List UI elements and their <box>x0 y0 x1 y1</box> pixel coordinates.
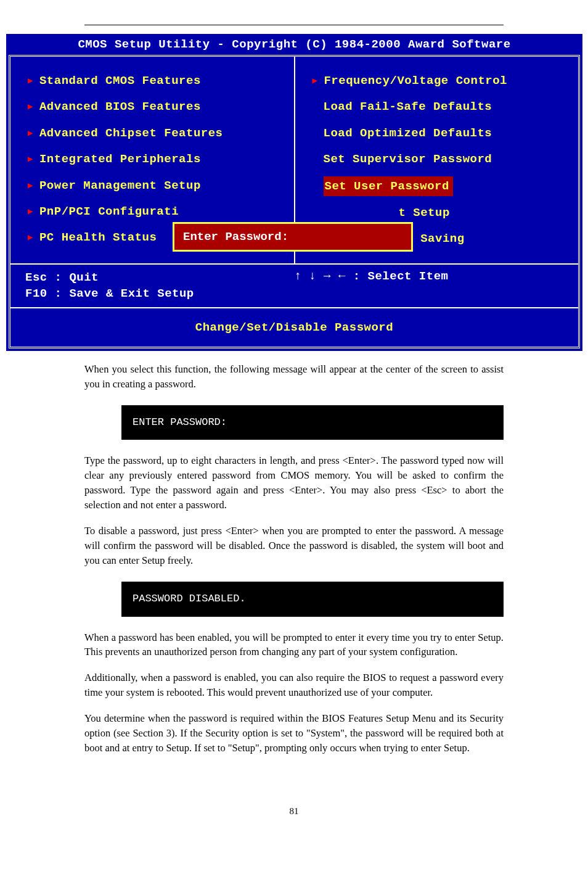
triangle-icon: ▶ <box>28 126 33 140</box>
bios-help-bar: Esc : Quit F10 : Save & Exit Setup ↑ ↓ →… <box>10 265 578 308</box>
paragraph: Type the password, up to eight character… <box>84 453 504 513</box>
triangle-icon: ▶ <box>28 152 33 166</box>
help-save: F10 : Save & Exit Setup <box>25 286 295 302</box>
bios-hint: Change/Set/Disable Password <box>10 308 578 347</box>
document-body: When you select this function, the follo… <box>84 362 504 818</box>
triangle-icon: ▶ <box>312 74 318 88</box>
header-divider <box>84 25 504 25</box>
menu-freq-voltage[interactable]: ▶Frequency/Voltage Control <box>312 68 573 94</box>
menu-advanced-chipset[interactable]: ▶Advanced Chipset Features <box>28 120 288 146</box>
paragraph: When a password has been enabled, you wi… <box>84 630 504 660</box>
paragraph: To disable a password, just press <Enter… <box>84 524 504 568</box>
paragraph: You determine when the password is requi… <box>84 711 504 756</box>
page-number: 81 <box>84 805 504 818</box>
code-box-password-disabled: PASSWORD DISABLED. <box>121 582 504 617</box>
password-dialog[interactable]: Enter Password: <box>173 222 413 252</box>
code-box-enter-password: ENTER PASSWORD: <box>121 405 504 440</box>
help-quit: Esc : Quit <box>25 270 295 286</box>
paragraph: When you select this function, the follo… <box>84 362 504 392</box>
menu-power-management[interactable]: ▶Power Management Setup <box>28 173 288 199</box>
help-select: ↑ ↓ → ← : Select Item <box>295 270 564 302</box>
triangle-icon: ▶ <box>28 231 33 244</box>
bios-screenshot: CMOS Setup Utility - Copyright (C) 1984-… <box>6 34 582 351</box>
password-prompt: Enter Password: <box>183 230 288 244</box>
triangle-icon: ▶ <box>28 179 33 192</box>
menu-set-user-pw[interactable]: Set User Password <box>312 173 573 200</box>
menu-advanced-bios[interactable]: ▶Advanced BIOS Features <box>28 94 288 120</box>
menu-set-supervisor-pw[interactable]: Set Supervisor Password <box>312 146 573 172</box>
menu-pnp-pci[interactable]: ▶PnP/PCI Configurati <box>28 199 288 225</box>
menu-standard-cmos[interactable]: ▶Standard CMOS Features <box>28 68 288 94</box>
menu-load-optimized[interactable]: Load Optimized Defaults <box>312 120 573 146</box>
triangle-icon: ▶ <box>28 74 33 88</box>
bios-title: CMOS Setup Utility - Copyright (C) 1984-… <box>7 35 581 54</box>
menu-integrated-peripherals[interactable]: ▶Integrated Peripherals <box>28 146 288 172</box>
triangle-icon: ▶ <box>28 205 33 218</box>
triangle-icon: ▶ <box>28 100 33 113</box>
paragraph: Additionally, when a password is enabled… <box>84 670 504 700</box>
menu-load-failsafe[interactable]: Load Fail-Safe Defaults <box>312 94 573 120</box>
